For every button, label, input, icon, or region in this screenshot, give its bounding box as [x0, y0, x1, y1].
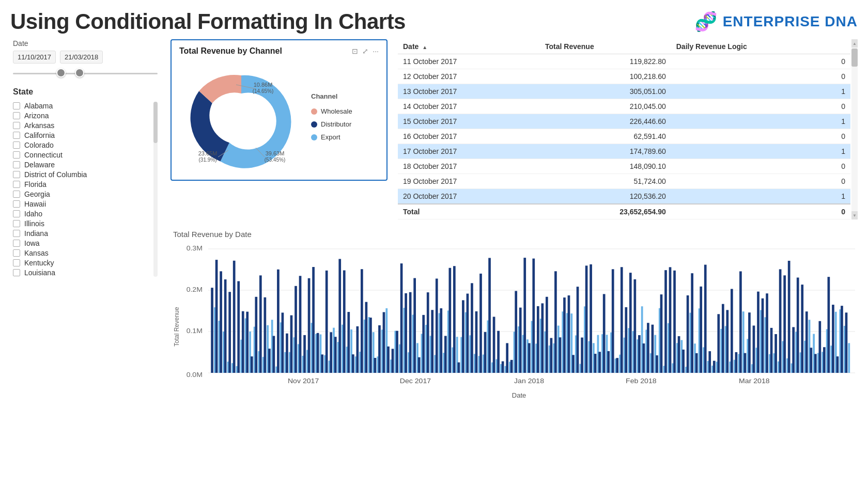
bar-dark[interactable]: [638, 335, 641, 373]
state-item[interactable]: Louisiana: [13, 269, 158, 277]
state-item[interactable]: Illinois: [13, 219, 158, 228]
bar-dark[interactable]: [660, 294, 663, 373]
state-item[interactable]: District of Columbia: [13, 170, 158, 179]
col-logic[interactable]: Daily Revenue Logic: [671, 39, 850, 54]
bar-dark[interactable]: [458, 363, 460, 373]
bar-dark[interactable]: [471, 283, 473, 373]
bar-dark[interactable]: [616, 358, 618, 373]
bar-dark[interactable]: [687, 295, 689, 373]
bar-dark[interactable]: [220, 271, 222, 373]
bar-dark[interactable]: [418, 357, 421, 373]
bar-dark[interactable]: [475, 311, 478, 373]
bar-dark[interactable]: [374, 358, 377, 373]
bar-dark[interactable]: [532, 259, 535, 373]
bar-dark[interactable]: [365, 302, 368, 373]
bar-dark[interactable]: [237, 281, 240, 373]
bar-dark[interactable]: [603, 294, 606, 373]
bar-dark[interactable]: [762, 298, 764, 373]
bar-dark[interactable]: [541, 303, 544, 373]
bar-dark[interactable]: [497, 331, 500, 373]
bar-dark[interactable]: [519, 308, 522, 373]
state-checkbox[interactable]: [13, 112, 20, 119]
bar-dark[interactable]: [757, 292, 760, 373]
bar-dark[interactable]: [308, 278, 311, 373]
table-scrollbar[interactable]: ▲ ▼: [851, 39, 858, 219]
state-checkbox[interactable]: [13, 132, 20, 139]
bar-dark[interactable]: [801, 285, 803, 373]
state-checkbox[interactable]: [13, 122, 20, 129]
bar-dark[interactable]: [356, 326, 359, 373]
state-checkbox[interactable]: [13, 200, 20, 208]
bar-dark[interactable]: [405, 293, 407, 373]
date-slider[interactable]: [13, 68, 158, 78]
date-end-input[interactable]: 21/03/2018: [60, 51, 103, 64]
bar-dark[interactable]: [440, 308, 442, 373]
scrollbar-up-btn[interactable]: ▲: [851, 39, 858, 48]
bar-dark[interactable]: [744, 353, 747, 373]
bar-dark[interactable]: [528, 343, 531, 373]
bar-dark[interactable]: [774, 334, 777, 373]
bar-dark[interactable]: [836, 356, 839, 373]
bar-dark[interactable]: [554, 271, 557, 373]
state-checkbox[interactable]: [13, 181, 20, 188]
scrollbar-thumb[interactable]: [851, 49, 858, 67]
bar-dark[interactable]: [748, 312, 751, 373]
bar-dark[interactable]: [286, 334, 288, 373]
bar-dark[interactable]: [242, 311, 244, 373]
bar-dark[interactable]: [823, 347, 826, 373]
bar-dark[interactable]: [488, 258, 491, 373]
state-item[interactable]: Indiana: [13, 229, 158, 238]
state-item[interactable]: Kansas: [13, 249, 158, 257]
slider-handle-left[interactable]: [56, 68, 66, 77]
bar-dark[interactable]: [797, 277, 799, 373]
bar-dark[interactable]: [735, 352, 738, 373]
bar-dark[interactable]: [713, 361, 716, 373]
bar-dark[interactable]: [361, 269, 363, 373]
bar-dark[interactable]: [268, 349, 271, 373]
state-item[interactable]: Florida: [13, 180, 158, 188]
bar-dark[interactable]: [673, 271, 676, 373]
bar-dark[interactable]: [493, 317, 495, 373]
state-item[interactable]: Hawaii: [13, 200, 158, 208]
bar-dark[interactable]: [369, 318, 372, 373]
bar-dark[interactable]: [387, 347, 390, 373]
state-checkbox[interactable]: [13, 220, 20, 227]
bar-dark[interactable]: [515, 291, 517, 373]
bar-dark[interactable]: [523, 258, 526, 373]
scrollbar-down-btn[interactable]: ▼: [851, 211, 858, 219]
bar-dark[interactable]: [321, 354, 323, 373]
state-item[interactable]: Kentucky: [13, 259, 158, 267]
bar-dark[interactable]: [383, 312, 385, 373]
col-date[interactable]: Date ▲: [398, 39, 540, 54]
state-item[interactable]: Alabama: [13, 102, 158, 110]
state-checkbox[interactable]: [13, 171, 20, 178]
bar-dark[interactable]: [783, 275, 786, 373]
bar-dark[interactable]: [317, 333, 319, 373]
state-item[interactable]: Georgia: [13, 190, 158, 198]
bar-dark[interactable]: [378, 325, 381, 373]
bar-dark[interactable]: [633, 279, 636, 373]
bar-dark[interactable]: [502, 361, 504, 373]
bar-dark[interactable]: [779, 269, 782, 373]
bar-dark[interactable]: [594, 354, 597, 373]
state-checkbox[interactable]: [13, 249, 20, 257]
bar-dark[interactable]: [537, 306, 539, 373]
state-item[interactable]: California: [13, 131, 158, 139]
bar-dark[interactable]: [264, 297, 266, 373]
bar-dark[interactable]: [255, 297, 257, 373]
state-checkbox[interactable]: [13, 141, 20, 149]
bar-dark[interactable]: [422, 315, 425, 373]
bar-dark[interactable]: [828, 277, 830, 373]
bar-dark[interactable]: [563, 297, 566, 373]
bar-dark[interactable]: [841, 306, 843, 373]
bar-dark[interactable]: [330, 332, 332, 373]
bar-dark[interactable]: [792, 327, 795, 373]
bar-dark[interactable]: [656, 355, 658, 373]
bar-dark[interactable]: [695, 353, 698, 373]
bar-dark[interactable]: [211, 288, 213, 373]
state-checkbox[interactable]: [13, 210, 20, 217]
state-checkbox[interactable]: [13, 191, 20, 198]
bar-dark[interactable]: [647, 323, 649, 373]
state-scrollbar[interactable]: [153, 102, 158, 277]
bar-dark[interactable]: [722, 304, 724, 373]
